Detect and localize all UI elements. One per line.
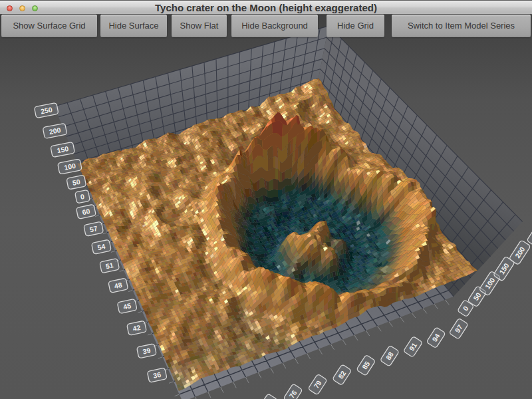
svg-text:50: 50 <box>72 178 81 187</box>
